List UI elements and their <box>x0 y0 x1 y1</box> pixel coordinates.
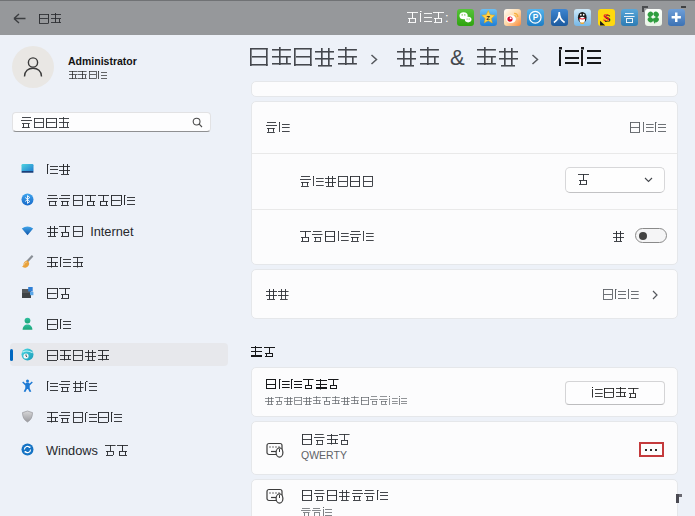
svg-text:Z: Z <box>486 14 490 21</box>
svg-text:P: P <box>533 13 539 22</box>
svg-text:S: S <box>603 11 609 23</box>
